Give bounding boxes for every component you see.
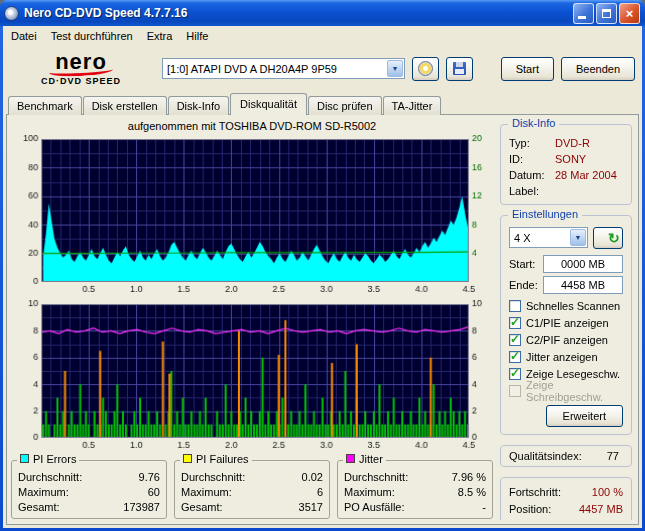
- menu-bar: Datei Test durchführen Extra Hilfe: [3, 26, 642, 45]
- settings-group-title: Einstellungen: [508, 208, 582, 220]
- start-button[interactable]: Start: [501, 57, 554, 81]
- close-button[interactable]: ×: [619, 3, 640, 24]
- tab-disk-info[interactable]: Disk-Info: [168, 96, 229, 115]
- disc-icon: [418, 61, 433, 76]
- checkbox-box: [509, 351, 521, 363]
- client-area: Datei Test durchführen Extra Hilfe nero …: [3, 26, 642, 528]
- save-button[interactable]: [446, 57, 473, 81]
- menu-datei[interactable]: Datei: [4, 28, 44, 44]
- disk-label-row: Label:: [509, 183, 623, 199]
- checkbox-box: [509, 317, 521, 329]
- checkbox-box: [509, 368, 521, 380]
- chevron-down-icon[interactable]: ▼: [570, 229, 586, 246]
- progress-box: Fortschritt:100 % Position:4457 MB Gesch…: [500, 477, 632, 520]
- checkbox-schnelles-scannen[interactable]: Schnelles Scannen: [509, 297, 623, 314]
- speed-selector[interactable]: 4 X ▼: [509, 227, 588, 248]
- disc-quality-page: aufgenommen mit TOSHIBA DVD-ROM SD-R5002…: [6, 114, 639, 525]
- jitter-legend-icon: [346, 454, 355, 463]
- tab-benchmark[interactable]: Benchmark: [8, 96, 82, 115]
- checkbox-c1-pie-anzeigen[interactable]: C1/PIE anzeigen: [509, 314, 623, 331]
- quality-index-label: Qualitätsindex:: [509, 450, 582, 462]
- refresh-button[interactable]: ↻: [593, 227, 623, 249]
- menu-extra[interactable]: Extra: [140, 28, 180, 44]
- checkbox-box: [509, 300, 521, 312]
- checkbox-c2-pif-anzeigen[interactable]: C2/PIF anzeigen: [509, 331, 623, 348]
- checkbox-box: [509, 334, 521, 346]
- minimize-button[interactable]: [573, 3, 594, 24]
- disk-type-row: Typ:DVD-R: [509, 135, 623, 151]
- end-position-row: Ende: 4458 MB: [509, 276, 623, 294]
- settings-group: Einstellungen 4 X ▼ ↻ Start: 0000 MB End…: [500, 215, 632, 435]
- app-icon: [4, 6, 19, 21]
- drive-selector-value: [1:0] ATAPI DVD A DH20A4P 9P59: [163, 63, 386, 75]
- tab-disk-erstellen[interactable]: Disk erstellen: [83, 96, 167, 115]
- chart-column: aufgenommen mit TOSHIBA DVD-ROM SD-R5002…: [11, 118, 493, 520]
- menu-hilfe[interactable]: Hilfe: [179, 28, 215, 44]
- toolbar: nero CD·DVD SPEED [1:0] ATAPI DVD A DH20…: [3, 45, 642, 92]
- tab-strip: Benchmark Disk erstellen Disk-Info Diskq…: [3, 92, 642, 114]
- start-position-row: Start: 0000 MB: [509, 255, 623, 273]
- disk-id-row: ID:SONY: [509, 151, 623, 167]
- menu-test-durchfuehren[interactable]: Test durchführen: [44, 28, 140, 44]
- pi-errors-chart: [11, 133, 493, 298]
- jitter-title: Jitter: [359, 453, 383, 465]
- checkbox-box: [509, 385, 521, 397]
- tab-ta-jitter[interactable]: TA-Jitter: [383, 96, 442, 115]
- title-bar[interactable]: Nero CD-DVD Speed 4.7.7.16 ×: [0, 0, 645, 26]
- pi-errors-legend-icon: [20, 454, 29, 463]
- stat-row: Gesamt:3517: [181, 500, 323, 515]
- maximize-button[interactable]: [596, 3, 617, 24]
- nero-product-text: CD·DVD SPEED: [7, 77, 155, 86]
- nero-logo: nero CD·DVD SPEED: [7, 51, 155, 86]
- start-position-field[interactable]: 0000 MB: [543, 255, 623, 273]
- window-title: Nero CD-DVD Speed 4.7.7.16: [24, 6, 568, 20]
- stat-row: PO Ausfälle:-: [344, 500, 486, 515]
- pi-errors-stats: PI Errors Durchschnitt:9.76 Maximum:60 G…: [11, 460, 167, 519]
- eject-disc-button[interactable]: [412, 57, 439, 81]
- stat-row: Maximum:6: [181, 485, 323, 500]
- pi-failures-legend-icon: [183, 454, 192, 463]
- end-position-field[interactable]: 4458 MB: [543, 276, 623, 294]
- position-row: Position:4457 MB: [509, 501, 623, 517]
- chevron-down-icon[interactable]: ▼: [387, 60, 403, 77]
- disk-info-group: Disk-Info Typ:DVD-R ID:SONY Datum:28 Mar…: [500, 124, 632, 205]
- stat-row: Maximum:60: [18, 485, 160, 500]
- pi-failures-stats: PI Failures Durchschnitt:0.02 Maximum:6 …: [174, 460, 330, 519]
- drive-selector[interactable]: [1:0] ATAPI DVD A DH20A4P 9P59 ▼: [162, 58, 405, 79]
- jitter-stats: Jitter Durchschnitt:7.96 % Maximum:8.5 %…: [337, 460, 493, 519]
- pi-failures-title: PI Failures: [196, 453, 249, 465]
- quit-button[interactable]: Beenden: [561, 57, 635, 81]
- app-window: Nero CD-DVD Speed 4.7.7.16 × Datei Test …: [0, 0, 645, 531]
- refresh-icon: ↻: [608, 230, 620, 246]
- statistics-row: PI Errors Durchschnitt:9.76 Maximum:60 G…: [11, 460, 493, 519]
- stat-row: Gesamt:173987: [18, 500, 160, 515]
- pi-failures-jitter-chart: [11, 298, 493, 453]
- disk-date-row: Datum:28 Mar 2004: [509, 167, 623, 183]
- pi-errors-title: PI Errors: [33, 453, 76, 465]
- disk-info-group-title: Disk-Info: [508, 118, 559, 129]
- quality-index-value: 77: [607, 450, 623, 462]
- speed-row: Geschwindigkeit:3.97 X: [509, 518, 623, 520]
- progress-row: Fortschritt:100 %: [509, 484, 623, 500]
- stat-row: Durchschnitt:0.02: [181, 470, 323, 485]
- maximize-icon: [602, 9, 611, 18]
- quality-index-box: Qualitätsindex: 77: [500, 445, 632, 467]
- stat-row: Maximum:8.5 %: [344, 485, 486, 500]
- checkbox-zeige-schreibgeschw[interactable]: Zeige Schreibgeschw.: [509, 382, 623, 399]
- tab-disc-pruefen[interactable]: Disc prüfen: [308, 96, 382, 115]
- stat-row: Durchschnitt:7.96 %: [344, 470, 486, 485]
- save-icon: [453, 62, 466, 75]
- minimize-icon: [578, 16, 586, 19]
- speed-selector-value: 4 X: [510, 232, 569, 244]
- tab-diskqualitaet[interactable]: Diskqualität: [230, 93, 307, 115]
- chart-caption: aufgenommen mit TOSHIBA DVD-ROM SD-R5002: [11, 118, 493, 133]
- side-panel: Disk-Info Typ:DVD-R ID:SONY Datum:28 Mar…: [498, 118, 634, 520]
- stat-row: Durchschnitt:9.76: [18, 470, 160, 485]
- advanced-button[interactable]: Erweitert: [546, 405, 623, 427]
- checkbox-jitter-anzeigen[interactable]: Jitter anzeigen: [509, 348, 623, 365]
